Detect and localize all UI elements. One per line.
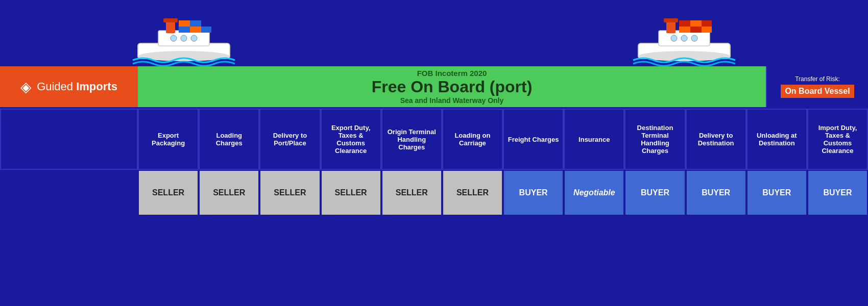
cell-delivery-dest: BUYER <box>686 170 746 216</box>
main-container: ◈ Guided Imports FOB Incoterm 2020 Free … <box>0 0 868 306</box>
svg-point-6 <box>181 35 187 41</box>
empty-header <box>0 109 138 170</box>
logo-section[interactable]: ◈ Guided Imports <box>0 66 138 107</box>
cell-delivery-port: SELLER <box>259 170 320 216</box>
col-header-freight: Freight Charges <box>503 109 564 170</box>
logo-text: Guided Imports <box>37 80 117 93</box>
col-header-export-packaging: Export Packaging <box>138 109 199 170</box>
svg-rect-9 <box>190 27 201 33</box>
logo-icon: ◈ <box>20 79 32 95</box>
col-header-import-duty: Import Duty, Taxes & Customs Clearance <box>807 109 868 170</box>
cell-freight: BUYER <box>503 170 564 216</box>
col-header-export-duty: Export Duty, Taxes & Customs Clearance <box>321 109 381 170</box>
svg-rect-4 <box>163 18 178 22</box>
table-container: Export Packaging Loading Charges Deliver… <box>0 107 868 216</box>
incoterm-subtitle: FOB Incoterm 2020 <box>417 69 487 78</box>
cell-loading-carriage: SELLER <box>442 170 503 216</box>
incoterm-desc: Sea and Inland Waterway Only <box>400 96 504 105</box>
cell-unloading-dest: BUYER <box>746 170 807 216</box>
risk-value: On Board Vessel <box>781 85 854 98</box>
svg-rect-24 <box>679 20 690 27</box>
svg-point-5 <box>171 35 177 41</box>
cell-export-duty: SELLER <box>321 170 381 216</box>
col-header-dest-thc: Destination Terminal Handling Charges <box>624 109 685 170</box>
col-header-delivery-port: Delivery to Port/Place <box>259 109 320 170</box>
svg-rect-23 <box>702 27 712 33</box>
col-header-insurance: Insurance <box>564 109 624 170</box>
right-ship-icon <box>628 5 740 66</box>
svg-rect-10 <box>201 27 211 33</box>
col-header-unloading-dest: Unloading at Destination <box>746 109 807 170</box>
risk-section: Transfer of Risk: On Board Vessel <box>766 66 868 107</box>
cell-dest-thc: BUYER <box>624 170 685 216</box>
svg-rect-17 <box>664 18 678 22</box>
svg-point-7 <box>191 35 197 41</box>
empty-cell <box>0 170 138 216</box>
cell-origin-thc: SELLER <box>381 170 442 216</box>
column-headers-row: Export Packaging Loading Charges Deliver… <box>0 107 868 170</box>
ships-area <box>0 0 868 66</box>
col-header-loading-carriage: Loading on Carriage <box>442 109 503 170</box>
responsibility-row: SELLER SELLER SELLER SELLER SELLER SELLE… <box>0 170 868 216</box>
svg-rect-25 <box>690 20 702 27</box>
left-ship-icon <box>128 5 240 66</box>
svg-point-20 <box>691 35 697 41</box>
svg-rect-12 <box>190 20 201 27</box>
center-header: FOB Incoterm 2020 Free On Board (port) S… <box>138 66 766 107</box>
svg-rect-8 <box>179 27 190 33</box>
cell-import-duty: BUYER <box>807 170 868 216</box>
incoterm-title: Free On Board (port) <box>372 78 533 96</box>
svg-rect-21 <box>679 27 690 33</box>
svg-point-19 <box>681 35 687 41</box>
svg-point-18 <box>671 35 677 41</box>
cell-export-packaging: SELLER <box>138 170 199 216</box>
svg-rect-26 <box>702 20 712 27</box>
col-header-loading-charges: Loading Charges <box>199 109 259 170</box>
svg-rect-22 <box>690 27 702 33</box>
bottom-area <box>0 216 868 277</box>
col-header-delivery-dest: Delivery to Destination <box>686 109 746 170</box>
cell-insurance: Negotiable <box>564 170 624 216</box>
col-header-origin-thc: Origin Terminal Handling Charges <box>381 109 442 170</box>
svg-rect-11 <box>179 20 190 27</box>
cell-loading-charges: SELLER <box>199 170 259 216</box>
risk-label: Transfer of Risk: <box>795 75 840 83</box>
header-bar: ◈ Guided Imports FOB Incoterm 2020 Free … <box>0 66 868 107</box>
